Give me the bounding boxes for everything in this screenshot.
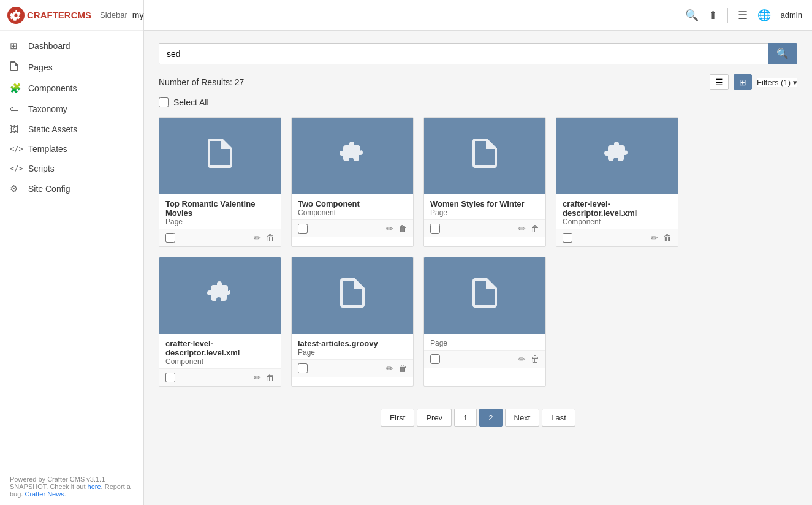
sidebar-item-static-assets[interactable]: 🖼 Static Assets [0, 119, 143, 139]
puzzle-icon [207, 280, 233, 311]
sidebar-item-label: Templates [28, 144, 67, 154]
first-page-button[interactable]: First [381, 409, 414, 427]
results-header: Number of Results: 27 ☰ ⊞ Filters (1) ▾ [159, 74, 797, 90]
templates-icon: </> [10, 145, 22, 153]
sidebar-header: CRAFTERCMS Sidebar myawesomesite [0, 0, 143, 31]
card-checkbox[interactable] [430, 224, 440, 234]
select-all-label: Select All [173, 97, 209, 107]
sidebar-item-dashboard[interactable]: ⊞ Dashboard [0, 36, 143, 56]
sidebar-item-taxonomy[interactable]: 🏷 Taxonomy [0, 99, 143, 119]
card-checkbox[interactable] [430, 354, 440, 364]
globe-icon[interactable]: 🌐 [757, 9, 771, 22]
sidebar-toggle[interactable]: Sidebar [100, 10, 127, 20]
delete-icon[interactable]: 🗑 [531, 354, 539, 364]
results-count: Number of Results: 27 [159, 77, 244, 87]
card-checkbox[interactable] [165, 233, 175, 243]
select-all-checkbox[interactable] [159, 97, 169, 107]
admin-menu[interactable]: admin [781, 10, 802, 20]
card-info: crafter-level-descriptor.level.xml Compo… [159, 334, 281, 368]
search-input[interactable] [159, 43, 768, 64]
delete-icon[interactable]: 🗑 [398, 224, 407, 234]
edit-icon[interactable]: ✏ [254, 373, 261, 382]
edit-icon[interactable]: ✏ [386, 363, 393, 373]
pagination: First Prev 1 2 Next Last [159, 399, 797, 436]
card-type: Component [563, 218, 672, 226]
next-page-button[interactable]: Next [505, 409, 540, 427]
footer-link-here[interactable]: here [88, 483, 101, 490]
file-icon [472, 278, 497, 313]
card-type: Page [430, 339, 539, 347]
list-item[interactable]: crafter-level-descriptor.level.xml Compo… [556, 117, 678, 247]
card-checkbox[interactable] [298, 224, 308, 234]
top-bar: 🔍 ⬆ ☰ 🌐 admin [144, 0, 812, 31]
card-footer: ✏ 🗑 [424, 350, 545, 368]
card-title: Women Styles for Winter [430, 199, 539, 208]
sidebar: CRAFTERCMS Sidebar myawesomesite ⊞ Dashb… [0, 0, 144, 505]
puzzle-icon [340, 140, 365, 172]
filters-button[interactable]: Filters (1) ▾ [757, 78, 797, 87]
search-button[interactable]: 🔍 [768, 43, 797, 64]
card-footer: ✏ 🗑 [159, 229, 281, 246]
card-checkbox[interactable] [563, 233, 572, 243]
logo-icon [7, 7, 25, 24]
pages-icon [10, 61, 22, 73]
delete-icon[interactable]: 🗑 [398, 363, 407, 373]
list-item[interactable]: latest-articles.groovy Page ✏ 🗑 [291, 257, 414, 387]
sidebar-item-scripts[interactable]: </> Scripts [0, 159, 143, 178]
card-footer: ✏ 🗑 [424, 219, 545, 237]
page-1-button[interactable]: 1 [454, 409, 477, 427]
card-info: Top Romantic Valentine Movies Page [159, 194, 281, 229]
last-page-button[interactable]: Last [542, 409, 575, 427]
card-title: latest-articles.groovy [298, 339, 407, 348]
prev-page-button[interactable]: Prev [417, 409, 452, 427]
list-item[interactable]: Two Component Component ✏ 🗑 [291, 117, 414, 247]
card-type: Page [430, 208, 539, 217]
card-actions: ✏ 🗑 [386, 363, 407, 373]
card-type: Component [165, 357, 275, 366]
sidebar-item-label: Taxonomy [28, 104, 67, 114]
card-info: Page [424, 334, 545, 350]
delete-icon[interactable]: 🗑 [531, 224, 539, 234]
sidebar-item-pages[interactable]: Pages [0, 56, 143, 78]
sidebar-item-templates[interactable]: </> Templates [0, 139, 143, 159]
sidebar-item-components[interactable]: 🧩 Components [0, 78, 143, 99]
edit-icon[interactable]: ✏ [518, 354, 526, 364]
card-checkbox[interactable] [298, 363, 308, 373]
list-item[interactable]: Top Romantic Valentine Movies Page ✏ 🗑 [159, 117, 281, 247]
card-thumbnail [159, 118, 281, 194]
grid-view-button[interactable]: ⊞ [734, 74, 752, 90]
edit-icon[interactable]: ✏ [518, 224, 526, 234]
page-2-button[interactable]: 2 [479, 409, 502, 427]
card-checkbox[interactable] [165, 373, 175, 382]
card-thumbnail [424, 257, 545, 334]
upload-icon[interactable]: ⬆ [708, 9, 718, 22]
card-footer: ✏ 🗑 [292, 359, 413, 377]
sidebar-item-label: Dashboard [28, 41, 70, 51]
sidebar-item-site-config[interactable]: ⚙ Site Config [0, 178, 143, 199]
logo: CRAFTERCMS [7, 7, 91, 24]
static-assets-icon: 🖼 [10, 124, 22, 134]
view-controls: ☰ ⊞ Filters (1) ▾ [710, 74, 797, 90]
edit-icon[interactable]: ✏ [651, 233, 658, 243]
edit-icon[interactable]: ✏ [386, 224, 393, 234]
menu-icon[interactable]: ☰ [738, 9, 748, 22]
content: 🔍 Number of Results: 27 ☰ ⊞ Filters (1) … [144, 31, 812, 505]
card-info: crafter-level-descriptor.level.xml Compo… [556, 194, 678, 229]
search-icon[interactable]: 🔍 [685, 9, 699, 22]
sidebar-item-label: Components [28, 83, 77, 93]
list-item[interactable]: Page ✏ 🗑 [423, 257, 546, 387]
edit-icon[interactable]: ✏ [254, 233, 261, 243]
card-actions: ✏ 🗑 [254, 373, 275, 382]
card-footer: ✏ 🗑 [159, 368, 281, 386]
list-item[interactable]: Women Styles for Winter Page ✏ 🗑 [423, 117, 546, 247]
delete-icon[interactable]: 🗑 [266, 233, 275, 243]
card-info: Two Component Component [292, 194, 413, 219]
card-footer: ✏ 🗑 [292, 219, 413, 237]
delete-icon[interactable]: 🗑 [663, 233, 672, 243]
site-config-icon: ⚙ [10, 183, 22, 194]
list-item[interactable]: crafter-level-descriptor.level.xml Compo… [159, 257, 281, 387]
delete-icon[interactable]: 🗑 [266, 373, 275, 382]
sidebar-footer: Powered by Crafter CMS v3.1.1-SNAPSHOT. … [0, 468, 143, 505]
list-view-button[interactable]: ☰ [710, 74, 729, 90]
footer-link-crafter-news[interactable]: Crafter News [25, 490, 64, 498]
